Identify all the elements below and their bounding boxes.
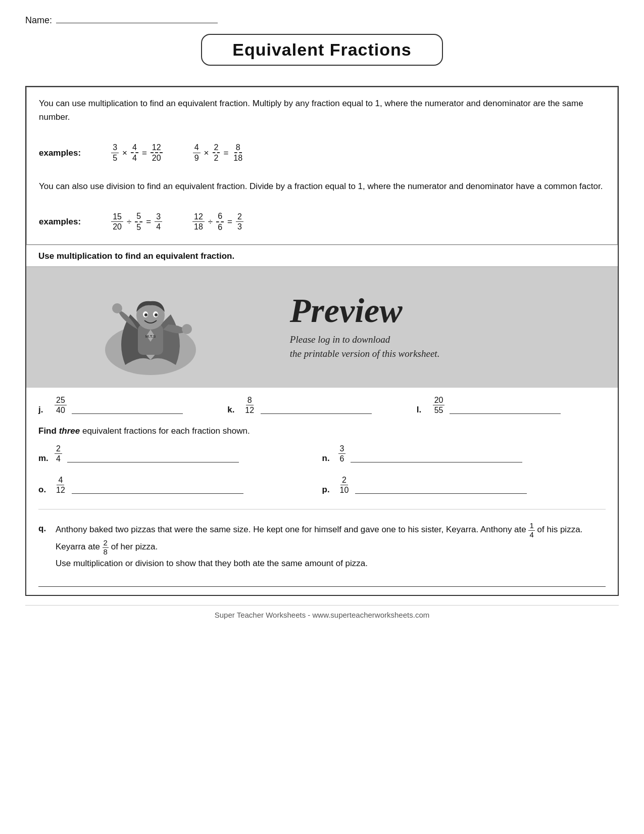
info-box: You can use multiplication to find an eq… [26,87,618,245]
examples-label2: examples: [39,215,81,228]
frac-5-5: 5 5 [135,212,142,231]
frac-n: 3 6 [338,444,346,464]
div-ex1: 15 20 ÷ 5 5 = 3 4 [111,212,162,231]
frac-l: 20 55 [433,396,445,415]
prob-n-col: n. 3 6 [322,444,606,469]
find-three-heading: Find three equivalent fractions for each… [38,426,606,436]
frac-q1: 1 4 [528,522,534,539]
info-para2: You can also use division to find an equ… [39,179,605,193]
div-examples-row: examples: 15 20 ÷ 5 5 = 3 4 [39,212,605,231]
prob-n: n. 3 6 [322,444,606,464]
name-label: Name: [25,15,52,26]
frac-3-5: 3 5 [111,143,119,162]
frac-3-4: 3 4 [155,212,162,231]
answer-line-k [261,411,372,414]
main-content-border: You can use multiplication to find an eq… [25,86,619,596]
prob-q-section: q. Anthony baked two pizzas that were th… [38,509,606,587]
mult-examples-row: examples: 3 5 × 4 4 = 12 20 [39,143,605,163]
title-wrapper: Equivalent Fractions [25,34,619,76]
name-underline [56,21,218,23]
prob-m-col: m. 2 4 [38,444,322,469]
frac-k: 8 12 [243,396,256,415]
prob-row-op: o. 4 12 p. 2 10 [38,476,606,500]
prob-o: o. 4 12 [38,476,322,495]
svg-text:M.T.S: M.T.S [145,334,156,339]
div-ex2: 12 18 ÷ 6 6 = 2 3 [192,212,243,231]
examples-label: examples: [39,146,81,160]
footer: Super Teacher Worksheets - www.superteac… [25,605,619,619]
prob-row-mn: m. 2 4 n. 3 6 [38,444,606,469]
preview-area: M.T.S Preview [26,266,618,388]
svg-point-10 [182,324,192,334]
prob-q: q. Anthony baked two pizzas that were th… [38,517,606,575]
frac-12-18: 12 18 [192,212,205,231]
frac-6-6: 6 6 [216,212,224,231]
prob-j: j. 25 40 [38,396,227,415]
answer-line-q [38,584,606,587]
page-title: Equivalent Fractions [232,40,411,60]
frac-15-20: 15 20 [111,212,123,231]
prob-k: k. 8 12 [227,396,416,415]
frac-o: 4 12 [55,476,67,495]
svg-point-8 [155,313,158,316]
mult-ex1: 3 5 × 4 4 = 12 20 [111,143,162,163]
prob-row-jkl: j. 25 40 k. 8 12 l. 20 [38,396,606,415]
frac-2-3: 2 3 [236,212,243,231]
mascot-svg: M.T.S [100,279,201,375]
answer-line-j [72,411,183,414]
frac-8-18: 8 18 [232,143,244,163]
prob-p: p. 2 10 [322,476,606,495]
mascot-area: M.T.S [26,271,275,383]
preview-subtitle: Please log in to download the printable … [290,333,440,361]
info-para1: You can use multiplication to find an eq… [39,97,605,124]
prob-p-col: p. 2 10 [322,476,606,500]
svg-point-9 [112,303,122,313]
frac-4-9: 4 9 [193,143,201,162]
svg-point-7 [144,313,147,316]
frac-q2: 2 8 [103,539,109,556]
answer-line-p [355,491,527,494]
prob-m: m. 2 4 [38,444,322,464]
answer-line-m [67,459,239,462]
frac-j: 25 40 [55,396,67,415]
frac-m: 2 4 [55,444,62,464]
preview-right: Preview Please log in to download the pr… [275,283,618,372]
title-box: Equivalent Fractions [201,34,442,66]
frac-2-2: 2 2 [213,143,220,163]
section-instruction: Use multiplication to find an equivalent… [26,245,618,266]
frac-p: 2 10 [338,476,351,495]
frac-4-4: 4 4 [131,143,138,163]
problems-jkl-section: j. 25 40 k. 8 12 l. 20 [26,388,618,595]
prob-o-col: o. 4 12 [38,476,322,500]
prob-l: l. 20 55 [417,396,606,415]
frac-12-20: 12 20 [151,143,163,163]
prob-q-text: Anthony baked two pizzas that were the s… [56,522,606,572]
answer-line-n [351,459,522,462]
preview-title: Preview [290,293,403,328]
answer-line-o [72,491,243,494]
mult-ex2: 4 9 × 2 2 = 8 18 [193,143,244,163]
answer-line-l [450,411,561,414]
name-line: Name: [25,15,619,26]
